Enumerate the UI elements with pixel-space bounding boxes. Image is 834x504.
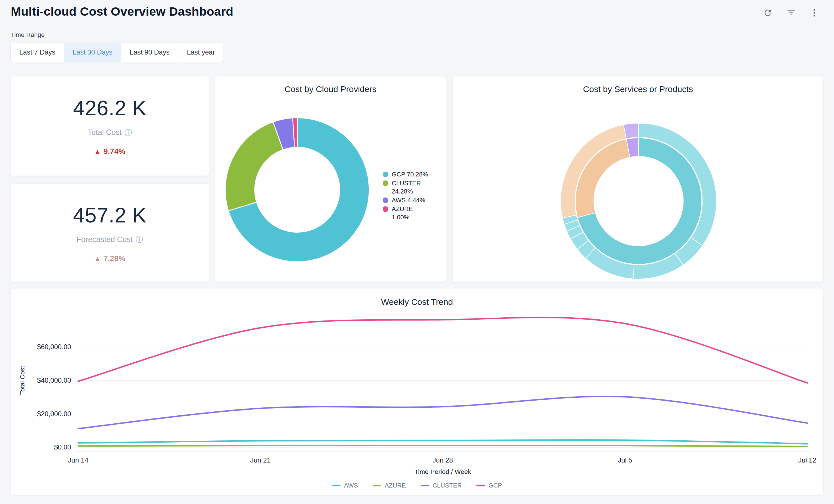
delta-up-icon: ▲: [94, 148, 101, 155]
cost-by-cloud-providers-card: Cost by Cloud Providers GCP 70.28%CLUSTE…: [215, 76, 446, 282]
y-tick-label: $40,000.00: [37, 376, 71, 384]
legend-item-cluster[interactable]: CLUSTER 24.28%: [382, 179, 430, 195]
forecasted-cost-label: Forecasted Cost ⓘ: [76, 235, 143, 244]
line-series-aws[interactable]: [78, 440, 807, 444]
delta-value: 7.28%: [104, 254, 126, 263]
forecasted-cost-value: 457.2 K: [73, 203, 147, 227]
filter-icon: [786, 8, 796, 18]
kpi-content: 426.2 K Total Cost ⓘ ▲ 9.74%: [11, 76, 209, 176]
legend-label: AWS: [344, 482, 358, 489]
legend-label: CLUSTER: [433, 482, 462, 489]
delta-value: 9.74%: [104, 147, 126, 156]
legend-label: GCP 70.28%: [392, 170, 428, 178]
legend-dot: [382, 180, 388, 186]
legend-dot: [382, 206, 388, 212]
weekly-cost-trend-card: Weekly Cost Trend $0.00$20,000.00$40,000…: [10, 289, 824, 495]
legend-label: AZURE 1.00%: [392, 205, 430, 221]
trend-legend-item-cluster[interactable]: CLUSTER: [421, 482, 462, 489]
refresh-button[interactable]: [763, 7, 773, 18]
time-range-option-last-30-days[interactable]: Last 30 Days: [64, 43, 121, 62]
y-axis-title: Total Cost: [19, 366, 26, 395]
filter-button[interactable]: [786, 7, 796, 18]
total-cost-value: 426.2 K: [73, 96, 147, 120]
legend-item-azure[interactable]: AZURE 1.00%: [382, 205, 430, 221]
header-actions: [763, 7, 820, 18]
x-tick-label: Jul 5: [618, 456, 632, 464]
trend-legend-item-gcp[interactable]: GCP: [476, 482, 502, 489]
kpi-content: 457.2 K Forecasted Cost ⓘ ▲ 7.28%: [11, 184, 209, 282]
forecasted-cost-delta: ▲ 7.28%: [94, 254, 125, 263]
delta-up-icon: ▲: [94, 255, 101, 263]
x-tick-label: Jun 28: [433, 456, 453, 464]
line-series-cluster[interactable]: [78, 396, 807, 429]
time-range-option-last-7-days[interactable]: Last 7 Days: [11, 43, 64, 62]
total-cost-label: Total Cost ⓘ: [87, 128, 132, 137]
kpi-card-total-cost: 426.2 K Total Cost ⓘ ▲ 9.74%: [10, 76, 209, 176]
time-range-option-last-year[interactable]: Last year: [178, 43, 223, 62]
trend-legend: AWSAZURECLUSTERGCP: [11, 482, 823, 489]
kpi-label-text: Forecasted Cost: [76, 235, 133, 244]
y-tick-label: $60,000.00: [37, 343, 71, 351]
legend-swatch: [332, 485, 341, 486]
line-series-gcp[interactable]: [78, 317, 807, 383]
kpi-card-forecasted-cost: 457.2 K Forecasted Cost ⓘ ▲ 7.28%: [10, 183, 209, 282]
info-icon[interactable]: ⓘ: [125, 129, 132, 136]
x-tick-label: Jul 12: [798, 456, 816, 464]
legend-label: GCP: [488, 482, 502, 489]
legend-dot: [382, 197, 388, 203]
trend-legend-item-aws[interactable]: AWS: [332, 482, 358, 489]
x-tick-label: Jun 14: [68, 456, 88, 464]
kebab-menu-icon: [810, 8, 819, 18]
time-range-label: Time Range: [11, 31, 45, 39]
x-tick-label: Jun 21: [250, 456, 271, 464]
info-icon[interactable]: ⓘ: [136, 236, 143, 243]
x-axis-title: Time Period / Week: [414, 468, 471, 475]
y-tick-label: $20,000.00: [37, 410, 71, 418]
legend-label: CLUSTER 24.28%: [392, 179, 430, 195]
legend-swatch: [476, 485, 485, 486]
legend-label: AZURE: [385, 482, 406, 489]
time-range-option-last-90-days[interactable]: Last 90 Days: [121, 43, 178, 62]
total-cost-delta: ▲ 9.74%: [94, 147, 125, 156]
legend-item-gcp[interactable]: GCP 70.28%: [382, 170, 430, 178]
legend-label: AWS 4.44%: [392, 196, 425, 204]
cost-by-services-card: Cost by Services or Products: [453, 76, 824, 282]
kpi-label-text: Total Cost: [87, 128, 122, 137]
sunburst-outer-segment-10[interactable]: [623, 123, 639, 139]
legend-swatch: [373, 485, 381, 486]
trend-legend-item-azure[interactable]: AZURE: [373, 482, 406, 489]
weekly-cost-trend-chart: $0.00$20,000.00$40,000.00$60,000.00Jun 1…: [11, 289, 823, 495]
services-sunburst-chart: [453, 76, 823, 282]
pie-segment-cluster[interactable]: [225, 122, 283, 211]
providers-legend: GCP 70.28%CLUSTER 24.28%AWS 4.44%AZURE 1…: [382, 170, 430, 221]
legend-item-aws[interactable]: AWS 4.44%: [382, 196, 430, 204]
refresh-icon: [763, 8, 773, 18]
time-range-group: Last 7 DaysLast 30 DaysLast 90 DaysLast …: [10, 43, 224, 62]
legend-swatch: [421, 485, 429, 486]
legend-dot: [382, 172, 388, 177]
line-series-azure[interactable]: [78, 445, 807, 446]
y-tick-label: $0.00: [54, 443, 71, 451]
more-options-button[interactable]: [809, 7, 820, 18]
page-title: Multi-cloud Cost Overview Dashboard: [11, 4, 234, 19]
